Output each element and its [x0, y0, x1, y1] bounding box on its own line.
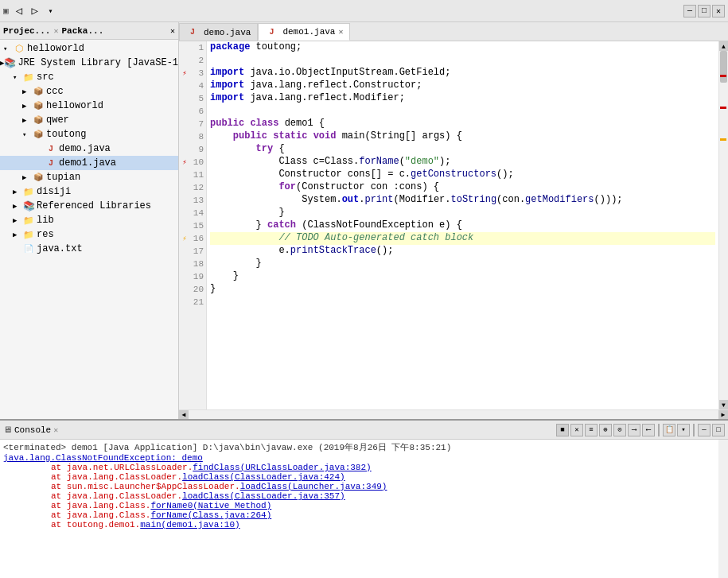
tree-item-src[interactable]: ▾ 📁 src [0, 70, 178, 84]
maximize-button[interactable]: □ [698, 5, 710, 17]
editor-vscrollbar[interactable]: ▲ ▼ [718, 41, 728, 409]
tab-demo-java[interactable]: J demo.java [179, 23, 258, 41]
tab-demo1-java[interactable]: J demo1.java ✕ [258, 23, 350, 41]
code-text-18: } [210, 258, 262, 269]
demo-java-icon: J [45, 142, 57, 155]
linenum-7: 7 [190, 119, 206, 129]
console-btn6[interactable]: ⟶ [628, 424, 640, 436]
tree-label-java-txt: java.txt [37, 243, 83, 254]
package-tab[interactable]: Packa... [61, 26, 103, 36]
marker-16: ⚡ [179, 233, 190, 244]
navigate-forward-icon[interactable]: ▷ [28, 4, 42, 18]
console-stack-link-1[interactable]: findClass(URLClassLoader.java:382) [193, 463, 371, 472]
linenum-19: 19 [190, 272, 206, 281]
hw-pkg-icon: 📦 [32, 99, 45, 112]
console-stack-link-6[interactable]: forName(Class.java:264) [150, 510, 271, 520]
console-stack-link-5[interactable]: forName0(Native Method) [150, 501, 271, 510]
vscroll-track[interactable] [719, 51, 728, 400]
panel-close-icon[interactable]: ✕ [170, 26, 175, 36]
code-line-18: } [210, 258, 715, 270]
code-line-2 [210, 54, 715, 67]
error-marker-3 [720, 75, 726, 77]
tree-label-lib: lib [37, 215, 54, 226]
gutter-row-3: ⚡ 3 [179, 67, 206, 80]
tree-item-ccc[interactable]: ▶ 📦 ccc [0, 84, 178, 99]
tab-demo1-java-icon: J [265, 25, 278, 38]
console-vscrollbar[interactable] [718, 440, 728, 578]
console-dropdown-btn[interactable]: ▾ [677, 424, 690, 436]
tree-item-jre[interactable]: ▶ 📚 JRE System Library [JavaSE-1.8 [0, 56, 178, 70]
code-text-7: public class demo1 { [210, 118, 325, 129]
navigate-back-icon[interactable]: ◁ [12, 4, 26, 18]
tree-item-qwer[interactable]: ▶ 📦 qwer [0, 113, 178, 127]
close-button[interactable]: ✕ [712, 5, 725, 17]
console-btn5[interactable]: ⊙ [613, 424, 626, 436]
project-tab[interactable]: Projec... [3, 26, 50, 36]
vscroll-down-btn[interactable]: ▼ [719, 400, 728, 409]
marker-9 [179, 144, 190, 155]
marker-6 [179, 106, 190, 117]
console-maximize-btn[interactable]: □ [712, 424, 725, 436]
file-tree: ▾ ⬡ helloworld ▶ 📚 JRE System Library [J… [0, 40, 178, 419]
hscroll-right-btn[interactable]: ▶ [718, 410, 728, 420]
tree-label-toutong: toutong [46, 129, 86, 140]
hscroll-left-btn[interactable]: ◀ [179, 410, 189, 420]
tree-label-helloworld: helloworld [27, 43, 84, 54]
editor-hscrollbar[interactable]: ◀ ▶ [179, 409, 728, 419]
console-btn7[interactable]: ⟵ [642, 424, 655, 436]
tree-label-ref-libs: Referenced Libraries [37, 200, 151, 211]
code-text-19: } [210, 270, 239, 281]
tree-item-demo1-java[interactable]: J demo1.java [0, 156, 178, 170]
console-btn3[interactable]: ≡ [585, 424, 598, 436]
warning-marker-16 [720, 138, 726, 141]
demo1-java-icon: J [45, 157, 57, 169]
minimize-button[interactable]: — [683, 5, 696, 17]
tree-item-ref-libs[interactable]: ▶ 📚 Referenced Libraries [0, 199, 178, 213]
console-exception-link[interactable]: java.lang.ClassNotFoundException: demo [3, 453, 203, 463]
console-stack-link-3[interactable]: loadClass(Launcher.java:349) [240, 482, 387, 491]
tree-item-helloworld-pkg[interactable]: ▶ 📦 helloworld [0, 99, 178, 113]
left-panel-header: Projec... ✕ Packa... ✕ [0, 22, 178, 40]
console-tab-close-icon[interactable]: ✕ [53, 425, 58, 435]
code-editor[interactable]: package toutong; import java.io.ObjectIn… [207, 41, 718, 409]
code-text-4: import java.lang.reflect.Constructor; [210, 80, 422, 91]
vscroll-thumb[interactable] [720, 51, 727, 83]
console-monitor-icon: 🖥 [3, 425, 12, 435]
console-btn4[interactable]: ⊕ [599, 424, 612, 436]
code-text-10: Class c=Class.forName("demo"); [210, 156, 450, 167]
code-text-3: import java.io.ObjectInputStream.GetFiel… [210, 67, 450, 78]
tree-arrow-disiji: ▶ [13, 188, 22, 196]
tree-item-toutong[interactable]: ▾ 📦 toutong [0, 127, 178, 142]
console-btn8[interactable]: 📋 [663, 424, 675, 436]
tree-item-java-txt[interactable]: 📄 java.txt [0, 242, 178, 256]
linenum-12: 12 [190, 183, 206, 192]
linenum-11: 11 [190, 170, 206, 180]
gutter-row-21: 21 [179, 296, 206, 308]
console-stack-link-7[interactable]: main(demo1.java:10) [140, 520, 239, 530]
console-minimize-btn[interactable]: — [698, 424, 710, 436]
gutter-row-9: 9 [179, 143, 206, 156]
tab-demo1-close-icon[interactable]: ✕ [338, 27, 343, 37]
tree-item-lib[interactable]: ▶ 📁 lib [0, 213, 178, 227]
tree-arrow-hw-pkg: ▶ [22, 102, 32, 111]
code-text-17: e.printStackTrace(); [210, 245, 393, 256]
tree-item-demo-java[interactable]: J demo.java [0, 142, 178, 156]
window-controls-left: ▣ [3, 6, 9, 16]
hscroll-track[interactable] [189, 410, 718, 419]
qwer-pkg-icon: 📦 [32, 114, 45, 126]
tree-item-helloworld[interactable]: ▾ ⬡ helloworld [0, 41, 178, 56]
gutter-row-11: 11 [179, 169, 206, 181]
marker-4 [179, 80, 190, 91]
console-stop-icon[interactable]: ■ [556, 424, 569, 436]
tab-demo-java-label: demo.java [204, 28, 251, 37]
tab-demo-java-icon: J [186, 26, 199, 39]
code-text-5: import java.lang.reflect.Modifier; [210, 92, 405, 103]
vscroll-up-btn[interactable]: ▲ [719, 41, 728, 51]
tree-item-res[interactable]: ▶ 📁 res [0, 227, 178, 242]
tree-item-tupian[interactable]: ▶ 📦 tupian [0, 170, 178, 184]
dropdown-icon[interactable]: ▾ [44, 4, 58, 18]
tree-item-disiji[interactable]: ▶ 📁 disiji [0, 184, 178, 199]
console-clear-icon[interactable]: ✕ [570, 424, 583, 436]
console-stack-link-4[interactable]: loadClass(ClassLoader.java:357) [182, 491, 345, 501]
console-stack-link-2[interactable]: loadClass(ClassLoader.java:424) [182, 472, 345, 482]
